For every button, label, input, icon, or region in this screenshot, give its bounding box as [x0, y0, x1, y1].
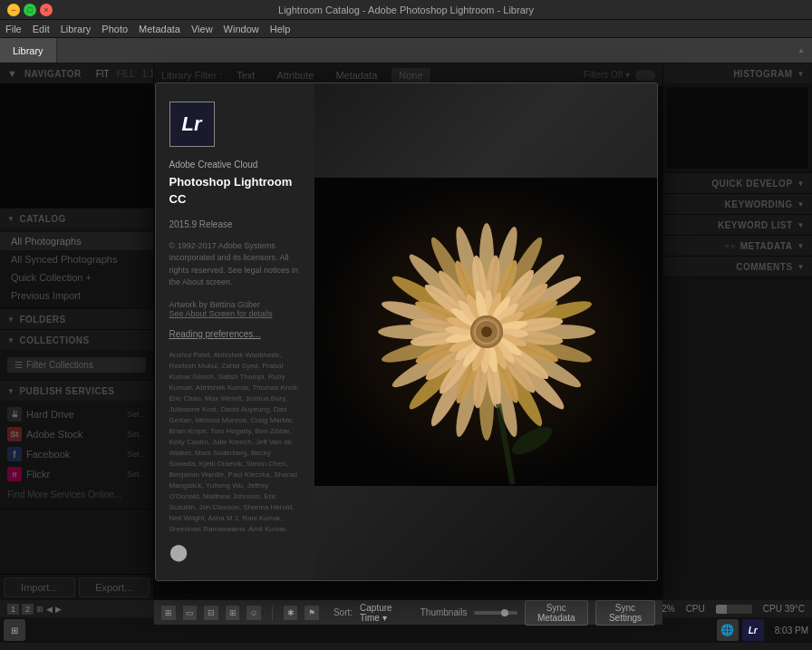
loupe-view-button[interactable]: ▭: [183, 606, 198, 620]
splash-product: Photoshop Lightroom CC: [169, 173, 301, 209]
menu-metadata[interactable]: Metadata: [139, 24, 180, 34]
cpu-usage: CPU: [686, 604, 705, 614]
taskbar-lightroom[interactable]: Lr: [742, 619, 764, 641]
cpu-bar-fill: [716, 605, 727, 614]
system-clock: 8:03 PM: [775, 626, 808, 635]
window-title: Lightroom Catalog - Adobe Photoshop Ligh…: [62, 5, 750, 15]
maximize-button[interactable]: □: [24, 4, 36, 16]
menu-view[interactable]: View: [191, 24, 213, 34]
flag-button[interactable]: ⚑: [304, 606, 319, 620]
grid-view-button[interactable]: ⊞: [161, 606, 176, 620]
page-nav: 1 2 ⊞ ◀ ▶: [7, 604, 62, 615]
splash-left-panel: Lr Adobe Creative Cloud Photoshop Lightr…: [156, 83, 314, 580]
menu-edit[interactable]: Edit: [33, 24, 50, 34]
splash-modal: Lr Adobe Creative Cloud Photoshop Lightr…: [155, 82, 658, 581]
sort-label: Sort:: [334, 607, 353, 617]
nav-back[interactable]: ◀: [46, 605, 53, 614]
splash-artwork: Artwork by Bettina Güber See About Scree…: [169, 300, 301, 318]
thumb-controls: Thumbnails Sync Metadata Sync Settings: [420, 600, 655, 626]
module-library[interactable]: Library: [0, 38, 57, 63]
menu-photo[interactable]: Photo: [102, 24, 128, 34]
nav-forward[interactable]: ▶: [55, 605, 62, 614]
menu-help[interactable]: Help: [270, 24, 291, 34]
sort-value[interactable]: Capture Time ▾: [360, 603, 413, 623]
splash-photo-svg: [314, 178, 658, 486]
cpu-bar: [716, 605, 752, 614]
sync-settings-button[interactable]: Sync Settings: [595, 600, 655, 626]
title-bar: − □ × Lightroom Catalog - Adobe Photosho…: [0, 0, 812, 20]
menu-bar: File Edit Library Photo Metadata View Wi…: [0, 20, 812, 38]
taskbar-start[interactable]: ⊞: [4, 619, 25, 641]
lr-logo: Lr: [169, 102, 215, 147]
sync-metadata-button[interactable]: Sync Metadata: [525, 600, 588, 626]
main-layout: ▼ Navigator FIT FILL 1:1 1:3 ▼ Catalog A…: [0, 63, 812, 599]
splash-reading-prefs[interactable]: Reading preferences...: [169, 329, 301, 339]
cpu-temp: CPU 39°C: [763, 604, 805, 614]
grid-icon-small[interactable]: ⊞: [36, 605, 44, 614]
module-toolbar: Library ▲: [0, 38, 812, 63]
menu-window[interactable]: Window: [224, 24, 259, 34]
thumbnail-size-slider[interactable]: [474, 611, 517, 615]
bottom-toolbar: ⊞ ▭ ⊟ ⊞ ☺ ✱ ⚑ Sort: Capture Time ▾ Thumb…: [154, 599, 662, 625]
compare-view-button[interactable]: ⊟: [204, 606, 218, 620]
close-button[interactable]: ×: [40, 4, 53, 16]
menu-library[interactable]: Library: [61, 24, 92, 34]
survey-view-button[interactable]: ⊞: [226, 606, 240, 620]
page-1[interactable]: 1: [7, 604, 19, 615]
page-2[interactable]: 2: [22, 604, 34, 615]
splash-copyright: © 1992-2017 Adobe Systems Incorporated a…: [169, 240, 301, 289]
splash-credits: Anshul Patel, Abhishek Wankhede, Reetesh…: [169, 350, 301, 531]
menu-file[interactable]: File: [5, 24, 22, 34]
splash-overlay[interactable]: Lr Adobe Creative Cloud Photoshop Lightr…: [0, 63, 812, 599]
splash-artwork-link[interactable]: See About Screen for details: [169, 309, 301, 318]
splash-photo-panel: [314, 83, 658, 580]
thumbnails-label: Thumbnails: [420, 607, 468, 617]
adobe-bottom-icon: ⬤: [169, 542, 301, 562]
splash-product-name: Adobe Creative Cloud Photoshop Lightroom…: [169, 158, 301, 209]
people-view-button[interactable]: ☺: [246, 606, 261, 620]
splash-photo: [314, 83, 658, 580]
window-controls[interactable]: − □ ×: [7, 4, 62, 16]
spray-button[interactable]: ✱: [284, 606, 298, 620]
splash-version: 2015.9 Release: [169, 219, 301, 229]
panel-expand-icon: ▲: [798, 46, 805, 54]
minimize-button[interactable]: −: [7, 4, 20, 16]
splash-artwork-text: Artwork by Bettina Güber: [169, 300, 301, 309]
separator: [272, 606, 273, 620]
splash-brand: Adobe Creative Cloud: [169, 158, 301, 171]
slider-handle[interactable]: [501, 609, 508, 616]
svg-point-75: [481, 326, 492, 337]
taskbar-browser[interactable]: 🌐: [717, 619, 739, 641]
